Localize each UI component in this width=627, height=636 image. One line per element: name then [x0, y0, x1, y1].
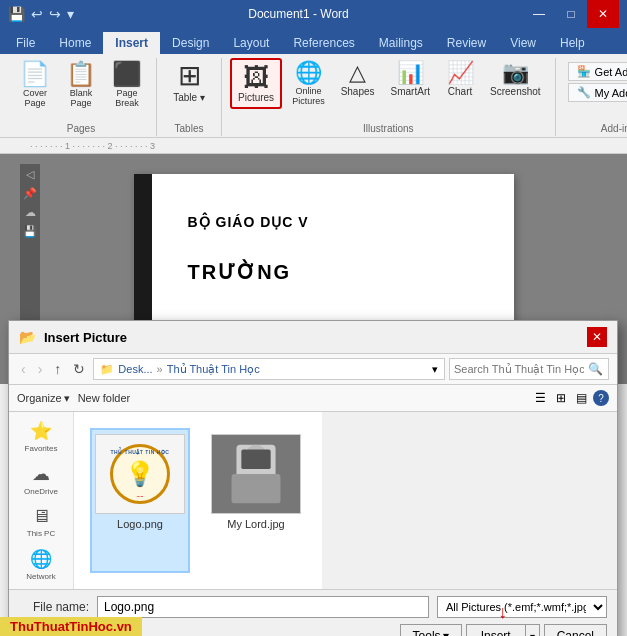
new-folder-button[interactable]: New folder: [78, 392, 131, 404]
up-button[interactable]: ↑: [50, 359, 65, 379]
file-item-logo[interactable]: THỦ THUẬT TIN HỌC 💡 ····· Logo.png: [90, 428, 190, 573]
svg-rect-3: [232, 474, 281, 503]
tools-label: Tools: [413, 629, 441, 636]
file-thumb-logo: THỦ THUẬT TIN HỌC 💡 ·····: [95, 434, 185, 514]
filename-label: File name:: [19, 600, 89, 614]
left-panel: ⭐ Favorites ☁ OneDrive 🖥 This PC 🌐 Netwo…: [9, 412, 74, 589]
logo-text-top: THỦ THUẬT TIN HỌC: [111, 449, 170, 455]
view-details-button[interactable]: ▤: [572, 389, 591, 407]
logo-bulb-icon: 💡: [125, 460, 155, 488]
svg-rect-4: [241, 450, 270, 470]
dialog-title-bar: 📂 Insert Picture ✕: [9, 321, 617, 354]
left-panel-thispc[interactable]: 🖥 This PC: [13, 502, 69, 542]
back-button[interactable]: ‹: [17, 359, 30, 379]
insert-picture-dialog: 📂 Insert Picture ✕ ‹ › ↑ ↻ 📁 Desk... » T…: [8, 320, 618, 636]
cancel-button[interactable]: Cancel: [544, 624, 607, 636]
onedrive-icon: ☁: [32, 463, 50, 485]
file-thumb-mylord: [211, 434, 301, 514]
search-input[interactable]: [454, 363, 584, 375]
dialog-title-icon: 📂: [19, 329, 36, 345]
search-box: 🔍: [449, 358, 609, 380]
view-icons: ☰ ⊞ ▤ ?: [531, 389, 609, 407]
watermark: ThuThuatTinHoc.vn: [0, 617, 142, 636]
refresh-button[interactable]: ↻: [69, 359, 89, 379]
down-arrow-indicator: ↓: [498, 602, 507, 623]
thispc-label: This PC: [27, 529, 55, 538]
file-label-mylord: My Lord.jpg: [227, 518, 284, 530]
dialog-nav-toolbar: ‹ › ↑ ↻ 📁 Desk... » Thủ Thuật Tin Học ▾ …: [9, 354, 617, 385]
dialog-overlay: 📂 Insert Picture ✕ ‹ › ↑ ↻ 📁 Desk... » T…: [0, 0, 627, 636]
left-panel-favorites[interactable]: ⭐ Favorites: [13, 416, 69, 457]
tools-dropdown-icon: ▾: [443, 629, 449, 636]
favorites-icon: ⭐: [30, 420, 52, 442]
left-panel-onedrive[interactable]: ☁ OneDrive: [13, 459, 69, 500]
view-grid-button[interactable]: ⊞: [552, 389, 570, 407]
view-list-button[interactable]: ☰: [531, 389, 550, 407]
file-label-logo: Logo.png: [117, 518, 163, 530]
organize-dropdown-icon: ▾: [64, 392, 70, 405]
breadcrumb-sep1: »: [157, 363, 163, 375]
network-label: Network: [26, 572, 55, 581]
forward-button[interactable]: ›: [34, 359, 47, 379]
thispc-icon: 🖥: [32, 506, 50, 527]
tools-button[interactable]: Tools ▾: [400, 624, 462, 636]
file-item-mylord[interactable]: My Lord.jpg: [206, 428, 306, 573]
breadcrumb-desk: Desk...: [118, 363, 152, 375]
insert-button-group: ↓ Insert ▾: [466, 624, 540, 636]
search-icon: 🔍: [588, 362, 603, 376]
dialog-main-area: ⭐ Favorites ☁ OneDrive 🖥 This PC 🌐 Netwo…: [9, 412, 617, 589]
breadcrumb-dropdown[interactable]: ▾: [432, 363, 438, 376]
dialog-content-toolbar: Organize ▾ New folder ☰ ⊞ ▤ ?: [9, 385, 617, 412]
network-icon: 🌐: [30, 548, 52, 570]
insert-button[interactable]: Insert: [466, 624, 526, 636]
dialog-title-text: Insert Picture: [44, 330, 579, 345]
favorites-label: Favorites: [25, 444, 58, 453]
breadcrumb-icon: 📁: [100, 363, 114, 376]
file-grid: THỦ THUẬT TIN HỌC 💡 ····· Logo.png: [74, 412, 322, 589]
new-folder-label: New folder: [78, 392, 131, 404]
dialog-close-button[interactable]: ✕: [587, 327, 607, 347]
help-button[interactable]: ?: [593, 390, 609, 406]
filename-input[interactable]: [97, 596, 429, 618]
breadcrumb-folder: Thủ Thuật Tin Học: [167, 363, 260, 376]
left-panel-network[interactable]: 🌐 Network: [13, 544, 69, 585]
logo-text-bottom: ·····: [137, 493, 144, 499]
filetype-select[interactable]: All Pictures (*.emf;*.wmf;*.jpg;*: [437, 596, 607, 618]
filename-row: File name: All Pictures (*.emf;*.wmf;*.j…: [19, 596, 607, 618]
insert-dropdown-button[interactable]: ▾: [526, 624, 540, 636]
organize-label: Organize: [17, 392, 62, 404]
breadcrumb: 📁 Desk... » Thủ Thuật Tin Học ▾: [93, 358, 445, 380]
organize-button[interactable]: Organize ▾: [17, 392, 70, 405]
onedrive-label: OneDrive: [24, 487, 58, 496]
mylord-photo-svg: [212, 434, 300, 514]
